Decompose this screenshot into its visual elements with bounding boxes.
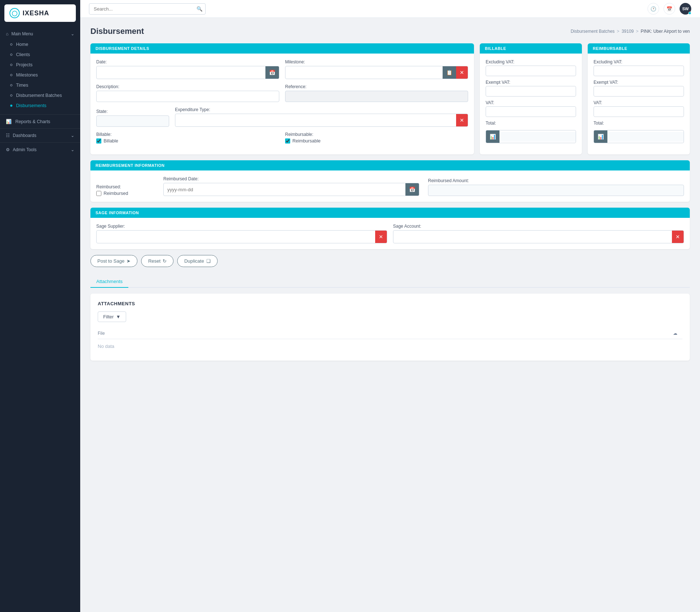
reimbursed-amount-input[interactable] (428, 185, 684, 196)
milestone-clear-button[interactable]: ✕ (456, 66, 468, 79)
billable-checkbox[interactable] (96, 138, 101, 144)
reimbursable-checkbox[interactable] (285, 138, 290, 144)
billable-vat-input[interactable]: R0.00 (486, 107, 576, 117)
billable-amounts: Excluding VAT: R0.00 Exempt VAT: R105.00 (486, 59, 576, 143)
expenditure-input-wrap: Car Hire & Taxi ✕ (175, 114, 468, 127)
reimbursed-checkbox[interactable] (96, 191, 101, 196)
reimbursable-exempt-vat-input[interactable]: R1,050.00 (594, 86, 684, 96)
milestone-icon-button[interactable]: 📋 (443, 66, 456, 79)
sidebar-item-times[interactable]: Times (0, 80, 80, 90)
reimbursable-total-icon-button[interactable]: 📊 (594, 130, 607, 143)
upload-column-header: ☁ (668, 331, 682, 336)
reimbursable-card: REIMBURSABLE Excluding VAT: R0.00 Exempt… (588, 43, 690, 154)
admin-toggle[interactable]: ⚙ Admin Tools ⌄ (0, 144, 80, 155)
reimbursable-excl-vat-input[interactable]: R0.00 (594, 66, 684, 76)
disbatch-dot (10, 94, 12, 97)
reimbursable-vat-input[interactable]: R0.00 (594, 107, 684, 117)
reimbursable-header: REIMBURSABLE (588, 43, 690, 54)
filter-button[interactable]: Filter ▼ (98, 311, 126, 322)
expenditure-input[interactable]: Car Hire & Taxi (175, 115, 456, 126)
search-button[interactable]: 🔍 (197, 6, 203, 12)
sidebar-item-projects[interactable]: Projects (0, 60, 80, 70)
reimbursable-checkbox-wrap: Reimbursable (285, 138, 468, 144)
billable-total-icon-button[interactable]: 📊 (486, 130, 499, 143)
reimbursable-excl-vat: Excluding VAT: R0.00 (594, 59, 684, 76)
sidebar: ◯ IXESHA ⌂ Main Menu ⌄ Home Clients Proj… (0, 0, 80, 612)
reference-group: Reference: (285, 84, 468, 102)
breadcrumb-batches[interactable]: Disbursement Batches (571, 29, 615, 34)
sage-supplier-wrap: HH001 - DS Cacc Hartley ✕ (96, 230, 387, 243)
sidebar-item-disbursement-batches[interactable]: Disbursement Batches (0, 90, 80, 101)
duplicate-button[interactable]: Duplicate ❏ (177, 255, 217, 267)
reimbursed-checkbox-label: Reimbursed (104, 191, 128, 196)
page-header: Disbursement Disbursement Batches > 3910… (90, 27, 690, 36)
search-input[interactable] (89, 3, 206, 15)
disbursements-dot (10, 105, 12, 107)
sidebar-item-disbursements[interactable]: Disbursements (0, 101, 80, 111)
post-to-sage-label: Post to Sage (97, 258, 124, 264)
reimbursable-exempt-vat-label: Exempt VAT: (594, 80, 684, 85)
sidebar-item-clients[interactable]: Clients (0, 50, 80, 60)
sidebar-clients-label: Clients (16, 52, 30, 57)
billable-vat-label: VAT: (486, 100, 576, 105)
dashboards-toggle[interactable]: ☷ Dashboards ⌄ (0, 130, 80, 141)
state-expenditure-row: State: Approved Expenditure Type: Car Hi… (96, 107, 468, 127)
reset-label: Reset (148, 258, 160, 264)
expenditure-label: Expenditure Type: (175, 107, 468, 112)
calendar-icon-button[interactable]: 📅 (664, 3, 675, 15)
date-input[interactable]: 2024-09-05 (97, 67, 265, 78)
description-input[interactable]: PINK: Uber Airport to venue-CH (96, 91, 279, 102)
billable-body: Excluding VAT: R0.00 Exempt VAT: R105.00 (480, 54, 582, 149)
breadcrumb-current: PINK: Uber Airport to ven (641, 29, 690, 34)
billable-excl-vat-input[interactable]: R0.00 (486, 66, 576, 76)
breadcrumb: Disbursement Batches > 39109 > PINK: Ube… (571, 29, 690, 34)
sage-info-card: SAGE INFORMATION Sage Supplier: HH001 - … (90, 208, 690, 249)
sage-supplier-clear-button[interactable]: ✕ (375, 231, 387, 243)
sidebar-milestones-label: Milestones (16, 72, 38, 78)
duplicate-label: Duplicate (184, 258, 204, 264)
date-calendar-button[interactable]: 📅 (265, 66, 279, 79)
desc-ref-row: Description: PINK: Uber Airport to venue… (96, 84, 468, 102)
disbursement-details-header: DISBURSEMENT DETAILS (90, 43, 474, 54)
reimbursable-check-group: Reimbursable: Reimbursable (285, 132, 468, 144)
date-group: Date: 2024-09-05 📅 (96, 59, 279, 79)
breadcrumb-sep-2: > (636, 29, 638, 34)
reimbursable-excl-vat-label: Excluding VAT: (594, 59, 684, 64)
reimbursable-total-input: R1,050.00 (607, 132, 684, 142)
billable-exempt-vat-input[interactable]: R105.00 (486, 86, 576, 96)
sidebar-item-home[interactable]: Home (0, 39, 80, 50)
clock-icon-button[interactable]: 🕐 (648, 3, 659, 15)
billable-total-field: 📊 R105.00 (486, 130, 576, 143)
avatar[interactable]: SW (680, 3, 691, 15)
sidebar-disbursements-label: Disbursements (16, 103, 46, 108)
reimbursed-amount-label: Reimbursed Amount: (428, 178, 684, 183)
tab-attachments[interactable]: Attachments (90, 276, 128, 288)
breadcrumb-id[interactable]: 39109 (622, 29, 634, 34)
send-icon: ➤ (127, 258, 131, 264)
breadcrumb-sep-1: > (617, 29, 619, 34)
sage-account-input[interactable]: Cost of Sales - 2070/003 : Road travel -… (393, 232, 672, 242)
billable-reimbursable-row: Billable: Billable Reimbursable: Reimbur… (96, 132, 468, 144)
logo: ◯ IXESHA (4, 4, 76, 22)
projects-dot (10, 64, 12, 66)
expenditure-clear-button[interactable]: ✕ (456, 114, 468, 126)
dashboards-icon: ☷ (6, 133, 10, 138)
sidebar-item-reports[interactable]: 📊 Reports & Charts (0, 116, 80, 127)
main-menu-toggle[interactable]: ⌂ Main Menu ⌄ (0, 28, 80, 39)
reimbursed-date-input[interactable] (164, 184, 405, 195)
reimbursed-date-label: Reimbursed Date: (163, 176, 419, 181)
billable-excl-vat: Excluding VAT: R0.00 (486, 59, 576, 76)
date-input-wrap: 2024-09-05 📅 (96, 66, 279, 79)
duplicate-icon: ❏ (206, 258, 211, 264)
reference-input[interactable] (285, 91, 468, 102)
reset-button[interactable]: Reset ↻ (141, 255, 174, 267)
post-to-sage-button[interactable]: Post to Sage ➤ (90, 255, 137, 267)
sage-account-clear-button[interactable]: ✕ (672, 231, 684, 243)
milestone-input[interactable]: Disbursements (285, 67, 443, 78)
reference-label: Reference: (285, 84, 468, 89)
sage-supplier-input[interactable]: HH001 - DS Cacc Hartley (97, 232, 375, 242)
sidebar-item-milestones[interactable]: Milestones (0, 70, 80, 80)
reimbursed-date-calendar-button[interactable]: 📅 (405, 183, 419, 196)
disbursement-details-body: Date: 2024-09-05 📅 Milestone: Disburseme… (90, 54, 474, 154)
sidebar-divider-1 (0, 114, 80, 115)
